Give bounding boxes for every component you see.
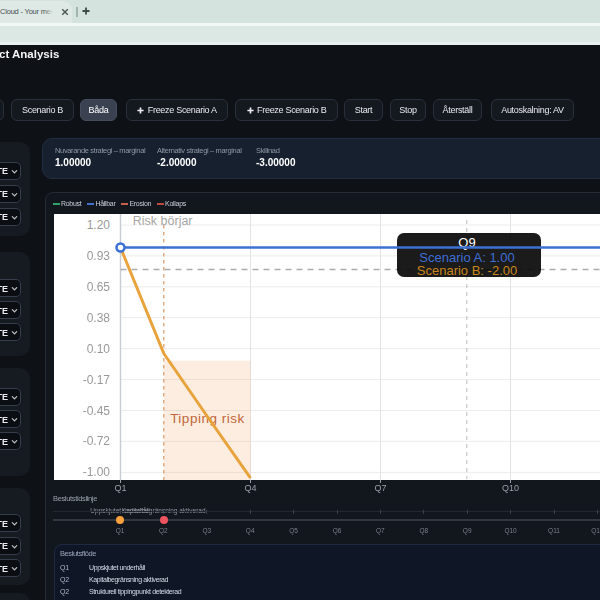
svg-text:Risk börjar: Risk börjar [133,214,193,228]
svg-text:Scenario B: -2.00: Scenario B: -2.00 [417,263,517,278]
